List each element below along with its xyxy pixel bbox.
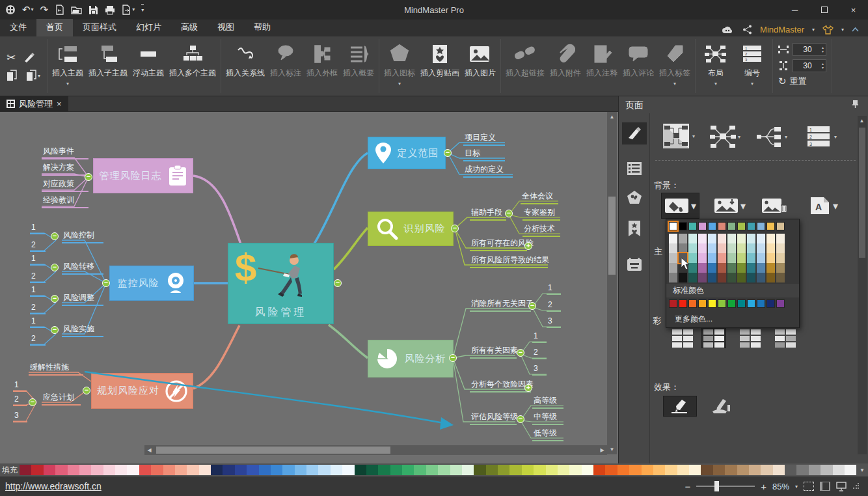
paste-dropdown-icon[interactable]: ▾ [38, 73, 40, 79]
topic-plan-risk-response[interactable]: 规划风险应对 [91, 373, 193, 409]
effect-pen-button[interactable] [663, 396, 697, 417]
color-swatch[interactable] [698, 299, 707, 308]
insert-mark-button[interactable]: 插入图标 ▾ [382, 40, 417, 87]
color-swatch[interactable] [582, 465, 593, 475]
subtopic[interactable]: 所有可存在的风险 [470, 238, 527, 251]
color-swatch[interactable] [617, 465, 629, 475]
color-swatch[interactable] [414, 465, 426, 475]
insert-summary-button[interactable]: 插入概要 [341, 40, 376, 80]
color-swatch[interactable] [688, 222, 697, 230]
vertical-scrollbar[interactable]: ▲ ▼ [607, 112, 617, 454]
background-image-button[interactable]: ▾ [711, 193, 748, 219]
color-shade-swatch[interactable] [776, 243, 785, 253]
color-shade-swatch[interactable] [698, 273, 707, 282]
subtopic[interactable]: 所有有关因素 [470, 345, 517, 359]
color-swatch[interactable] [629, 465, 641, 475]
color-swatch[interactable] [701, 465, 712, 475]
zoom-slider[interactable] [696, 486, 755, 487]
color-swatch[interactable] [785, 465, 796, 475]
subtopic[interactable]: 风险控制 [62, 230, 103, 243]
color-swatch[interactable] [366, 465, 378, 475]
color-shade-swatch[interactable] [679, 243, 687, 253]
account-menu[interactable]: MindMaster [760, 25, 804, 34]
menu-tab-advanced[interactable]: 高级 [171, 19, 208, 36]
color-swatch[interactable] [833, 465, 845, 475]
color-swatch[interactable] [593, 465, 605, 475]
insert-attachment-button[interactable]: 插入附件 [548, 40, 583, 80]
color-swatch[interactable] [727, 299, 736, 308]
zoom-level[interactable]: 85% [772, 482, 789, 491]
color-swatch[interactable] [757, 299, 765, 308]
subtopic[interactable]: 辅助手段 [470, 207, 506, 221]
color-swatch[interactable] [757, 222, 765, 230]
horizontal-scrollbar[interactable]: ◀ ▶ [144, 445, 607, 455]
color-swatch[interactable] [295, 465, 306, 475]
cloud-icon[interactable] [722, 25, 735, 34]
subtopic[interactable]: 1 [30, 285, 46, 297]
color-swatch[interactable] [402, 465, 414, 475]
color-shade-swatch[interactable] [776, 234, 785, 243]
subtopic[interactable]: 2 [30, 334, 46, 346]
collapse-button[interactable]: − [83, 387, 90, 394]
color-scheme-option-1[interactable] [671, 328, 694, 348]
color-scheme-option-2[interactable] [702, 328, 726, 348]
color-scheme-option-3[interactable] [739, 328, 762, 348]
color-swatch[interactable] [486, 465, 498, 475]
color-swatch[interactable] [390, 465, 402, 475]
color-swatch[interactable] [821, 465, 832, 475]
subtopic[interactable]: 1 [30, 254, 46, 266]
subtopic[interactable]: 3 [532, 364, 547, 376]
color-swatch[interactable] [151, 465, 163, 475]
central-topic-risk-management[interactable]: $ 风险管理 [228, 243, 334, 324]
collapse-button[interactable]: − [51, 326, 59, 334]
color-shade-swatch[interactable] [669, 273, 677, 282]
insert-multiple-topics-button[interactable]: 插入多个主题 [167, 40, 218, 80]
expand-button[interactable]: + [524, 384, 532, 392]
color-swatch[interactable] [44, 465, 55, 475]
subtopic[interactable]: 分析每个致险因素 [470, 379, 531, 393]
subtopic[interactable]: 2 [547, 300, 561, 312]
document-tab[interactable]: 风险管理 × [0, 96, 68, 111]
redo-button[interactable]: ↷ [40, 4, 49, 16]
subtopic[interactable]: 全体会议 [521, 191, 558, 204]
topic-monitor-risk[interactable]: 监控风险 [109, 266, 194, 301]
color-swatch[interactable] [474, 465, 485, 475]
color-swatch[interactable] [677, 465, 689, 475]
zoom-dropdown-icon[interactable]: ▾ [795, 484, 798, 489]
color-shade-swatch[interactable] [737, 263, 746, 273]
color-shade-swatch[interactable] [698, 253, 707, 263]
topic-identify-risk[interactable]: 识别风险 [368, 212, 454, 246]
subtopic[interactable]: 风险实施 [62, 324, 103, 337]
color-shade-swatch[interactable] [698, 243, 707, 253]
vertical-spacing-value[interactable]: 30 [793, 61, 822, 70]
color-swatch[interactable] [103, 465, 115, 475]
new-document-button[interactable] [55, 5, 64, 15]
color-shade-swatch[interactable] [679, 273, 687, 282]
color-shade-swatch[interactable] [757, 273, 765, 282]
color-swatch[interactable] [20, 465, 31, 475]
topic-define-scope[interactable]: 定义范围 [368, 137, 446, 169]
color-shade-swatch[interactable] [776, 263, 785, 273]
color-swatch[interactable] [282, 465, 294, 475]
color-swatch[interactable] [271, 465, 282, 475]
insert-tag-dropdown-icon[interactable]: ▾ [673, 81, 676, 86]
scroll-up-icon[interactable]: ▲ [607, 112, 617, 122]
color-shade-swatch[interactable] [737, 234, 746, 243]
color-shade-swatch[interactable] [747, 243, 755, 253]
menu-tab-page-style[interactable]: 页面样式 [73, 19, 126, 36]
website-link[interactable]: http://www.edrawsoft.cn [0, 481, 102, 491]
panel-tab-clipart[interactable] [622, 186, 647, 208]
insert-tag-button[interactable]: 插入标签 ▾ [657, 40, 692, 87]
vertical-spacing-arrows[interactable]: ▴▾ [822, 62, 826, 70]
spin-down-icon[interactable]: ▾ [822, 66, 824, 70]
subtopic[interactable]: 分析技术 [522, 223, 560, 237]
insert-hyperlink-button[interactable]: 插入超链接 [504, 40, 547, 80]
color-shade-swatch[interactable] [727, 273, 736, 282]
numbering-style-dropdown-icon[interactable]: ▾ [834, 134, 837, 140]
resize-grip[interactable] [852, 483, 859, 489]
color-shade-swatch[interactable] [776, 253, 785, 263]
horizontal-spacing-arrows[interactable]: ▴▾ [822, 46, 826, 53]
fit-page-icon[interactable] [804, 482, 814, 491]
color-swatch[interactable] [679, 299, 687, 308]
panel-scrollbar-thumb[interactable] [859, 128, 865, 258]
